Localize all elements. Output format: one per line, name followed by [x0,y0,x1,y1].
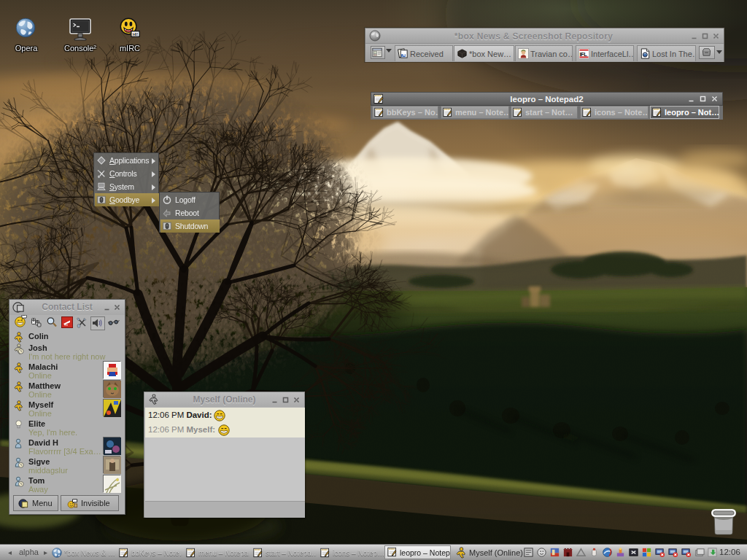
svg-text:IFL: IFL [580,51,588,58]
svg-text:HI!: HI! [133,32,139,36]
